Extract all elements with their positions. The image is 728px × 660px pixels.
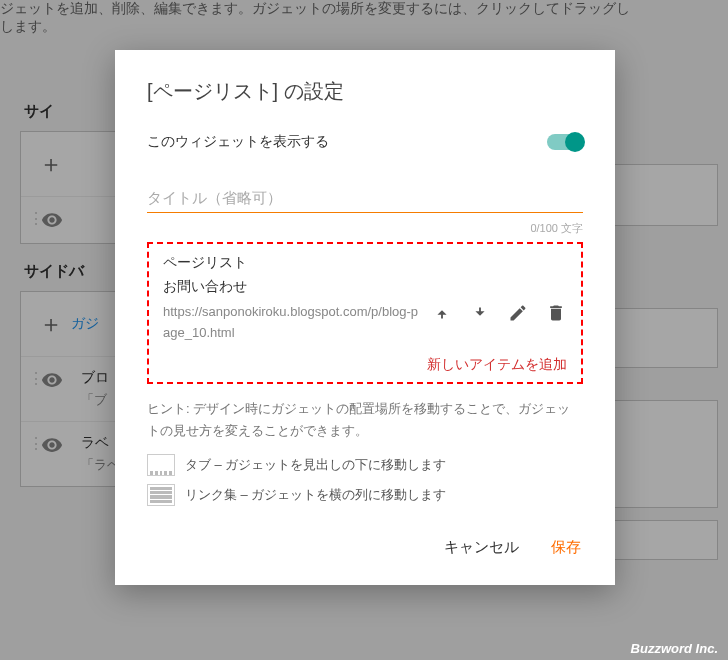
hint-text: ヒント: デザイン時にガジェットの配置場所を移動することで、ガジェットの見せ方を…: [147, 398, 583, 442]
pagelist-heading: ページリスト: [163, 254, 567, 272]
show-widget-label: このウィジェットを表示する: [147, 133, 329, 151]
show-widget-toggle[interactable]: [547, 134, 583, 150]
settings-modal: [ページリスト] の設定 このウィジェットを表示する 0/100 文字 ページリ…: [115, 50, 615, 585]
pagelist-item-url: https://sanponokiroku.blogspot.com/p/blo…: [163, 302, 423, 344]
link-layout-icon: [147, 484, 175, 506]
pagelist-item-name: お問い合わせ: [163, 278, 567, 296]
svg-rect-1: [479, 308, 481, 315]
tab-layout-icon: [147, 454, 175, 476]
tab-layout-hint: タブ – ガジェットを見出しの下に移動します: [147, 454, 583, 476]
link-layout-hint: リンク集 – ガジェットを横の列に移動します: [147, 484, 583, 506]
cancel-button[interactable]: キャンセル: [442, 534, 521, 561]
move-down-icon[interactable]: [469, 302, 491, 324]
edit-icon[interactable]: [507, 302, 529, 324]
watermark: Buzzword Inc.: [631, 641, 718, 656]
save-button[interactable]: 保存: [549, 534, 583, 561]
svg-rect-0: [441, 311, 443, 318]
modal-title: [ページリスト] の設定: [147, 78, 583, 105]
pagelist-highlight: ページリスト お問い合わせ https://sanponokiroku.blog…: [147, 242, 583, 384]
title-input[interactable]: [147, 183, 583, 213]
delete-icon[interactable]: [545, 302, 567, 324]
add-new-item-link[interactable]: 新しいアイテムを追加: [163, 356, 567, 374]
char-count: 0/100 文字: [147, 221, 583, 236]
move-up-icon[interactable]: [431, 302, 453, 324]
